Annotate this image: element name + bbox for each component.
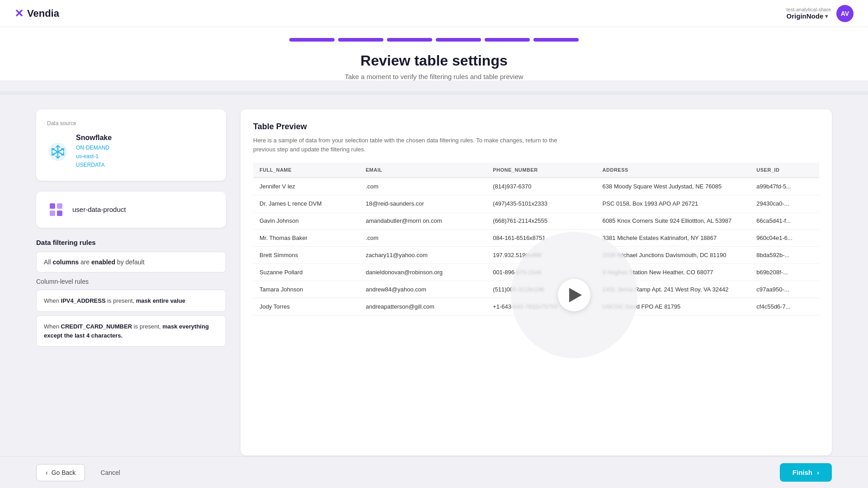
cancel-button[interactable]: Cancel: [96, 465, 125, 481]
table-row: Jennifer V lez .com(814)937-6370638 Mood…: [253, 178, 819, 195]
data-source-label: Data source: [47, 120, 215, 127]
col-email: EMAIL: [359, 163, 486, 178]
data-product-card: user-data-product: [36, 192, 226, 228]
chevron-down-icon: ▾: [825, 13, 828, 19]
page-title: Review table settings: [360, 52, 507, 69]
finish-arrow-icon: ›: [817, 469, 819, 476]
left-panel: Data source: [36, 109, 226, 455]
progress-steps: [289, 38, 579, 42]
table-preview-title: Table Preview: [253, 122, 819, 131]
vendia-logo-icon: ✕: [14, 7, 24, 20]
bottom-bar: ‹ Go Back Cancel Finish ›: [0, 456, 868, 488]
table-header-row: FULL_NAME EMAIL PHONE_NUMBER ADDRESS USE…: [253, 163, 819, 178]
col-rule-ipv4: When IPV4_ADDRESS is present, mask entir…: [36, 290, 226, 312]
snowflake-info: Snowflake ON-DEMAND us-east-1 USERDATA: [47, 134, 215, 170]
play-button[interactable]: [558, 279, 590, 311]
origin-node-selector[interactable]: OriginNode ▾: [787, 12, 831, 20]
svg-rect-16: [50, 203, 55, 209]
table-row: Gavin Johnsonamandabutler@morri on.com(6…: [253, 212, 819, 230]
origin-node-label: test-analytical-share: [787, 7, 831, 12]
logo: ✕ Vendia: [14, 7, 59, 20]
step-4: [436, 38, 481, 42]
step-1: [289, 38, 335, 42]
filtering-title: Data filtering rules: [36, 239, 226, 246]
svg-rect-18: [50, 211, 55, 216]
filtering-section: Data filtering rules All columns are ena…: [36, 239, 226, 351]
col-rules-title: Column-level rules: [36, 278, 226, 285]
avatar[interactable]: AV: [836, 5, 854, 22]
data-product-icon: [47, 201, 65, 219]
svg-rect-17: [57, 203, 62, 209]
logo-text: Vendia: [27, 8, 59, 19]
data-source-card: Data source: [36, 109, 226, 181]
top-right: test-analytical-share OriginNode ▾ AV: [787, 5, 854, 22]
table-row: Dr. James L rence DVM 18@reid-saunders.c…: [253, 195, 819, 212]
col-phone: PHONE_NUMBER: [486, 163, 596, 178]
snowflake-meta-3: USERDATA: [76, 161, 112, 169]
col-full-name: FULL_NAME: [253, 163, 359, 178]
video-overlay[interactable]: [511, 232, 637, 358]
snowflake-meta: ON-DEMAND us-east-1 USERDATA: [76, 144, 112, 170]
col-rule-cc: When CREDIT_CARD_NUMBER is present, mask…: [36, 315, 226, 347]
col-address: ADDRESS: [596, 163, 750, 178]
step-2: [338, 38, 383, 42]
page-subtitle: Take a moment to verify the filtering ru…: [344, 73, 523, 80]
right-panel: Table Preview Here is a sample of data f…: [241, 109, 832, 455]
go-back-button[interactable]: ‹ Go Back: [36, 464, 85, 481]
col-user-id: USER_ID: [750, 163, 819, 178]
table-preview-desc: Here is a sample of data from your selec…: [253, 136, 570, 154]
go-back-chevron-icon: ‹: [46, 469, 48, 476]
default-rule-box: All columns are enabled by default: [36, 252, 226, 272]
snowflake-name: Snowflake: [76, 134, 112, 142]
svg-rect-19: [57, 211, 62, 216]
snowflake-meta-2: us-east-1: [76, 152, 112, 161]
progress-section: Review table settings Take a moment to v…: [0, 27, 868, 80]
step-5: [485, 38, 530, 42]
main-content: Data source: [0, 95, 868, 470]
snowflake-icon: [47, 141, 69, 163]
data-product-name: user-data-product: [72, 206, 126, 213]
finish-button[interactable]: Finish ›: [780, 463, 832, 482]
step-3: [387, 38, 432, 42]
snowflake-meta-1: ON-DEMAND: [76, 144, 112, 152]
bottom-left-actions: ‹ Go Back Cancel: [36, 464, 125, 481]
top-bar: ✕ Vendia test-analytical-share OriginNod…: [0, 0, 868, 27]
play-icon: [569, 288, 582, 302]
step-6: [533, 38, 579, 42]
section-divider: [0, 91, 868, 95]
